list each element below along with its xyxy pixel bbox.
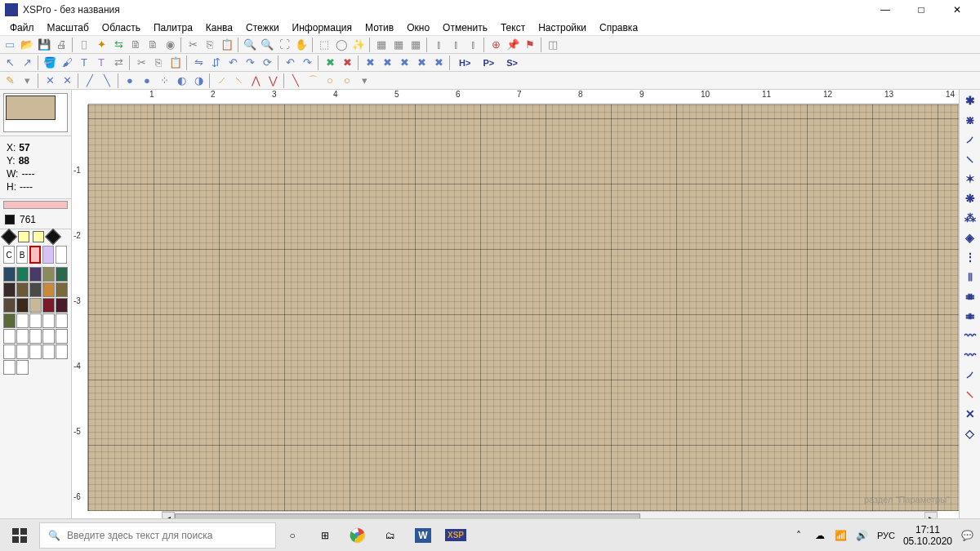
menu-справка[interactable]: Справка [593,20,644,35]
stitch-type-12[interactable]: 〰 [961,327,979,344]
palette-cell-9[interactable] [56,282,68,297]
palette-cell-16[interactable] [16,313,29,328]
menu-файл[interactable]: Файл [3,20,41,35]
palette-cell-23[interactable] [42,329,55,344]
ruler3-icon[interactable]: ⫿ [465,37,481,53]
palette-cell-17[interactable] [29,313,42,328]
convert-icon[interactable]: ⇆ [110,37,127,53]
cb-cell-0[interactable]: С [3,246,15,264]
palette-cell-7[interactable] [29,282,42,297]
cut2-icon[interactable]: ✂ [133,55,149,71]
tray-chevron-icon[interactable]: ˄ [792,529,805,542]
maximize-button[interactable]: □ [903,0,939,20]
cb-cell-4[interactable] [56,246,67,264]
menu-палитра[interactable]: Палитра [147,20,199,35]
stitch-type-10[interactable]: ⩩ [961,287,979,305]
xb1-icon[interactable]: ✖ [362,55,378,71]
tb-S>[interactable]: S> [501,55,523,71]
palette-cell-8[interactable] [42,282,55,297]
clock[interactable]: 17:11 05.10.2020 [903,524,952,547]
palette-cell-1[interactable] [16,267,29,282]
close-button[interactable]: ✕ [939,0,975,20]
stitch-type-15[interactable]: ⟍ [961,385,979,403]
pen-icon[interactable]: ✎ [2,73,18,89]
shape-square-2[interactable] [33,231,44,242]
hand-icon[interactable]: ✋ [293,37,310,53]
stitch-type-2[interactable]: ⟋ [961,131,979,149]
palette-cell-13[interactable] [42,298,55,313]
doc2-icon[interactable]: 🗎 [145,37,161,53]
undo-icon[interactable]: ↶ [282,55,298,71]
explorer-icon[interactable]: 🗂 [374,519,407,552]
sp4-icon[interactable]: ⋁ [265,73,281,89]
canvas[interactable]: раздел "Параметры". [88,104,959,511]
shape-diamond-2[interactable] [45,229,61,245]
bs4-icon[interactable]: ○ [339,73,355,89]
menu-область[interactable]: Область [96,20,147,35]
ruler2-icon[interactable]: ⫿ [448,37,464,53]
palette-cell-26[interactable] [16,344,29,359]
stitch-type-0[interactable]: ✱ [961,91,979,109]
palette-cell-21[interactable] [16,329,29,344]
overview[interactable] [3,93,68,132]
shape-diamond[interactable] [1,229,17,245]
rotate-r-icon[interactable]: ↷ [242,55,258,71]
stitch-type-1[interactable]: ⋇ [961,111,979,129]
x2-icon[interactable]: ✕ [59,73,75,89]
redo-icon[interactable]: ↷ [299,55,315,71]
cb-cell-1[interactable]: В [16,246,28,264]
text-t2-icon[interactable]: T [93,55,109,71]
palette-cell-4[interactable] [56,267,68,282]
xspro-task-icon[interactable]: XSP [439,519,472,552]
stitch-type-13[interactable]: 〰 [961,346,979,364]
search-box[interactable]: 🔍 Введите здесь текст для поиска [39,522,276,549]
save-icon[interactable]: 💾 [36,37,52,53]
ruler1-icon[interactable]: ⫿ [430,37,447,53]
sp2-icon[interactable]: ⟍ [230,73,247,89]
doc-icon[interactable]: 🗎 [127,37,144,53]
text-t-icon[interactable]: T [76,55,92,71]
lasso-icon[interactable]: ◯ [333,37,350,53]
new-icon[interactable]: ▭ [2,37,18,53]
flip-v-icon[interactable]: ⇵ [207,55,224,71]
palette-cell-31[interactable] [16,360,29,375]
menu-окно[interactable]: Окно [400,20,436,35]
palette-cell-12[interactable] [29,298,42,313]
d1-icon[interactable]: ╱ [82,73,98,89]
palette-cell-11[interactable] [16,298,29,313]
center-icon[interactable]: ⊕ [488,37,504,53]
del-x-icon[interactable]: ✖ [322,55,338,71]
bs1-icon[interactable]: ╲ [287,73,304,89]
palette-cell-5[interactable] [3,282,16,297]
wifi-icon[interactable]: 📶 [835,529,848,542]
chrome-icon[interactable] [341,519,374,552]
stitch-type-16[interactable]: ✕ [961,405,979,423]
grid2-icon[interactable]: ▦ [390,37,407,53]
fill-icon[interactable]: 🪣 [42,55,58,71]
cb-cell-2[interactable] [29,246,41,264]
tb-P>[interactable]: P> [477,55,500,71]
sp3-icon[interactable]: ⋀ [247,73,264,89]
cb-cell-3[interactable] [42,246,54,264]
palette-cell-0[interactable] [3,267,16,282]
grid-icon[interactable]: ▦ [373,37,390,53]
open-icon[interactable]: 📂 [19,37,35,53]
stitch-type-9[interactable]: ⫴ [961,268,979,286]
print-icon[interactable]: 🖨 [53,37,69,53]
menu-отменить[interactable]: Отменить [436,20,494,35]
palette-cell-19[interactable] [56,313,68,328]
rotate-l-icon[interactable]: ↶ [225,55,241,71]
palette-cell-3[interactable] [42,267,55,282]
pin-icon[interactable]: 📌 [505,37,521,53]
palette-cell-6[interactable] [16,282,29,297]
del-x2-icon[interactable]: ✖ [339,55,355,71]
brush-icon[interactable]: 🖌 [59,55,75,71]
palette-cell-30[interactable] [3,360,16,375]
palette-cell-22[interactable] [29,329,42,344]
onedrive-icon[interactable]: ☁ [813,529,826,542]
xb4-icon[interactable]: ✖ [413,55,430,71]
stitch-type-8[interactable]: ⋮ [961,248,979,266]
palette-cell-28[interactable] [42,344,55,359]
stitch-type-11[interactable]: ⩨ [961,307,979,325]
crop-icon[interactable]: ◫ [545,37,561,53]
